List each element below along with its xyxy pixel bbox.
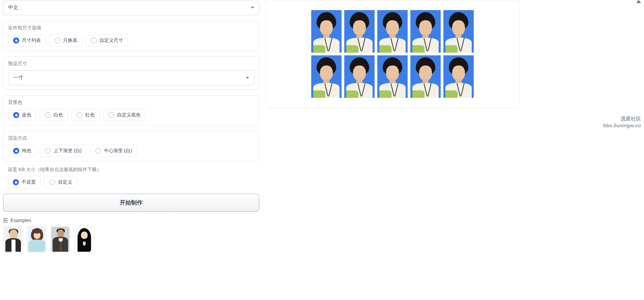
id-photo-portrait [443,55,474,98]
radio-icon [13,37,19,44]
radio-label: 红色 [85,112,95,118]
radio-label: 蓝色 [22,112,31,118]
examples-header: Examples [3,218,259,223]
examples-label: Examples [10,218,31,223]
example-thumb-3[interactable] [50,226,70,253]
id-photo-portrait [311,10,342,53]
id-photo-cell [377,55,408,98]
right-output-panel: 流星社区 bbs.liuxingw.co [265,0,641,300]
photo-grid [311,10,474,98]
bgcolor-card: 背景色 蓝色 白色 红色 自定义底色 [3,95,259,126]
watermark-line1: 流星社区 [603,115,641,122]
radio-icon [45,148,51,154]
id-photo-cell [443,10,474,53]
example-image [75,227,93,252]
radio-icon [13,148,19,154]
chevron-down-icon [251,7,254,8]
id-photo-portrait [377,55,408,98]
render-mode-card: 渲染方式 纯色 上下渐变 (白) 中心渐变 (白) [3,131,259,161]
render-mode-radios: 纯色 上下渐变 (白) 中心渐变 (白) [8,145,254,157]
submit-label: 开始制作 [120,199,143,206]
radio-label: 自定义尺寸 [99,37,123,44]
radio-icon [95,148,101,154]
id-photo-cell [377,10,408,53]
radio-size-list[interactable]: 尺寸列表 [8,34,46,47]
radio-label: 纯色 [22,148,31,154]
radio-icon [13,112,19,118]
language-selected-value: 中文 [8,4,18,11]
watermark: 流星社区 bbs.liuxingw.co [603,115,641,129]
id-photo-cell [344,10,375,53]
radio-label: 只换底 [63,37,77,44]
id-photo-cell [443,55,474,98]
list-icon [3,218,8,222]
radio-kb-custom[interactable]: 自定义 [44,176,77,188]
preset-size-card: 预设尺寸 一寸 [3,56,259,90]
watermark-line2: bbs.liuxingw.co [603,122,641,129]
radio-icon [54,37,60,44]
example-thumb-4[interactable] [74,226,94,253]
radio-custom-size[interactable]: 自定义尺寸 [86,34,128,47]
radio-icon [49,179,55,185]
radio-bg-red[interactable]: 红色 [71,109,100,121]
id-photo-cell [410,10,441,53]
size-option-radios: 尺寸列表 只换底 自定义尺寸 [8,34,254,47]
left-settings-panel: 中文 证件照尺寸选项 尺寸列表 只换底 自定义尺寸 预设 [3,0,259,300]
radio-render-solid[interactable]: 纯色 [8,145,36,157]
radio-icon [77,112,83,118]
radio-icon [108,112,114,118]
example-thumb-2[interactable] [27,226,47,253]
radio-icon [13,179,19,185]
size-option-card: 证件照尺寸选项 尺寸列表 只换底 自定义尺寸 [3,21,259,51]
preset-size-value: 一寸 [13,75,23,81]
radio-label: 上下渐变 (白) [54,148,82,154]
id-photo-cell [344,55,375,98]
radio-bg-custom[interactable]: 自定义底色 [103,109,146,121]
radio-label: 自定义 [58,179,72,185]
radio-label: 白色 [54,112,63,118]
id-photo-portrait [377,10,408,53]
examples-row [3,226,259,253]
id-photo-portrait [410,10,441,53]
radio-kb-none[interactable]: 不设置 [8,176,41,188]
bgcolor-radios: 蓝色 白色 红色 自定义底色 [8,109,254,121]
example-image [4,227,22,252]
id-photo-portrait [344,55,375,98]
examples-section: Examples [3,218,259,253]
example-image [51,227,69,252]
id-photo-cell [311,55,342,98]
id-photo-portrait [410,55,441,98]
start-make-button[interactable]: 开始制作 [3,194,259,212]
id-photo-portrait [443,10,474,53]
radio-render-vgrad[interactable]: 上下渐变 (白) [40,145,87,157]
id-photo-cell [311,10,342,53]
radio-icon [45,112,51,118]
example-image [28,227,46,252]
kb-size-radios: 不设置 自定义 [8,176,255,188]
radio-label: 尺寸列表 [22,37,41,44]
id-photo-portrait [311,55,342,98]
id-photo-cell [410,55,441,98]
kb-size-label: 设置 KB 大小（结果在右边最底的组件下载） [8,167,255,173]
language-select[interactable]: 中文 [3,0,259,15]
preset-size-label: 预设尺寸 [8,61,254,67]
scroll-top-icon[interactable] [636,0,641,3]
radio-bg-blue[interactable]: 蓝色 [8,109,36,121]
radio-render-cgrad[interactable]: 中心渐变 (白) [90,145,137,157]
bgcolor-label: 背景色 [8,100,254,106]
preset-size-select[interactable]: 一寸 [8,70,254,85]
radio-only-bg[interactable]: 只换底 [49,34,82,47]
example-thumb-1[interactable] [3,226,23,253]
id-photo-portrait [344,10,375,53]
radio-label: 不设置 [22,179,36,185]
output-preview-box [265,0,520,108]
chevron-down-icon [246,77,249,79]
size-option-label: 证件照尺寸选项 [8,25,254,31]
kb-size-card: 设置 KB 大小（结果在右边最底的组件下载） 不设置 自定义 [3,167,259,188]
render-mode-label: 渲染方式 [8,135,254,141]
radio-bg-white[interactable]: 白色 [40,109,68,121]
radio-label: 自定义底色 [117,112,141,118]
radio-label: 中心渐变 (白) [104,148,132,154]
radio-icon [91,37,97,44]
